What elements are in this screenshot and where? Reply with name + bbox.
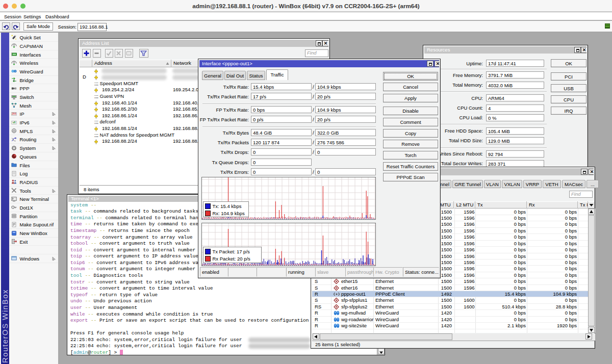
svg-text:v6: v6 xyxy=(13,121,16,124)
svg-text:255: 255 xyxy=(12,112,16,115)
